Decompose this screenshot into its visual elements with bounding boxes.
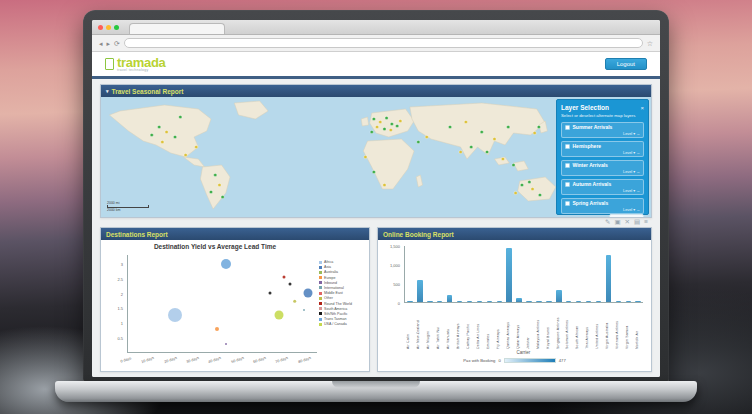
map-marker[interactable] — [221, 195, 224, 198]
map-marker[interactable] — [512, 163, 515, 166]
map-panel-header[interactable]: ▾ Travel Seasonal Report — [101, 85, 651, 97]
map-marker[interactable] — [390, 122, 393, 125]
display-icon[interactable]: ▣ — [614, 219, 620, 226]
map-marker[interactable] — [161, 140, 164, 143]
map-marker[interactable] — [485, 150, 488, 153]
refresh-button[interactable]: Refresh — [609, 214, 644, 217]
bar[interactable] — [407, 301, 412, 302]
bar[interactable] — [497, 301, 502, 302]
map-marker[interactable] — [150, 133, 153, 136]
map-marker[interactable] — [507, 125, 510, 128]
close-window-icon[interactable] — [98, 25, 103, 30]
bar[interactable] — [506, 248, 511, 302]
map-marker[interactable] — [375, 125, 378, 128]
layer-item[interactable]: Autumn ArrivalsLevel ▾ → — [561, 179, 644, 196]
scatter-bubble[interactable] — [221, 259, 231, 269]
bar[interactable] — [536, 301, 541, 302]
bar[interactable] — [526, 301, 531, 302]
scatter-bubble[interactable] — [275, 311, 284, 320]
bar[interactable] — [457, 301, 462, 302]
map-marker[interactable] — [184, 153, 187, 156]
map-marker[interactable] — [501, 157, 504, 160]
map-marker[interactable] — [425, 135, 428, 138]
map-marker[interactable] — [209, 190, 212, 193]
map-marker[interactable] — [370, 130, 373, 133]
map-marker[interactable] — [385, 116, 388, 119]
logout-button[interactable]: Logout — [605, 58, 647, 70]
layer-item[interactable]: HemisphereLevel ▾ → — [561, 141, 644, 158]
bar[interactable] — [516, 298, 521, 302]
map-marker[interactable] — [372, 170, 375, 173]
grid-icon[interactable]: ▤ — [634, 219, 640, 226]
edit-icon[interactable]: ✎ — [605, 219, 610, 226]
scatter-bubble[interactable] — [168, 308, 182, 322]
scatter-panel-header[interactable]: Destinations Report — [101, 228, 369, 240]
map-marker[interactable] — [493, 137, 496, 140]
map-marker[interactable] — [417, 140, 420, 143]
map-marker[interactable] — [464, 120, 467, 123]
map-marker[interactable] — [195, 145, 198, 148]
close-icon[interactable]: × — [640, 105, 644, 111]
scatter-bubble[interactable] — [293, 299, 297, 303]
map-marker[interactable] — [533, 131, 536, 134]
map-marker[interactable] — [364, 155, 367, 158]
map-marker[interactable] — [165, 130, 168, 133]
bar[interactable] — [606, 255, 611, 302]
bar[interactable] — [546, 301, 551, 302]
zoom-window-icon[interactable] — [114, 25, 119, 30]
map-marker[interactable] — [214, 173, 217, 176]
map-marker[interactable] — [528, 180, 531, 183]
bar[interactable] — [596, 301, 601, 302]
bookmark-icon[interactable]: ☆ — [647, 40, 653, 47]
layer-checkbox[interactable] — [565, 201, 570, 206]
layer-checkbox[interactable] — [565, 144, 570, 149]
map-marker[interactable] — [372, 117, 375, 120]
scatter-bubble[interactable] — [225, 343, 227, 345]
scatter-bubble[interactable] — [289, 283, 292, 286]
bar[interactable] — [427, 301, 432, 302]
scatter-bubble[interactable] — [215, 327, 219, 331]
browser-tab[interactable] — [129, 23, 225, 34]
url-input[interactable] — [124, 38, 643, 48]
bar[interactable] — [586, 301, 591, 302]
back-icon[interactable]: ◂ — [99, 40, 103, 47]
bar[interactable] — [635, 301, 640, 302]
layer-level-link[interactable]: Level ▾ → — [565, 169, 640, 174]
bar[interactable] — [626, 301, 631, 302]
map-marker[interactable] — [399, 119, 402, 122]
bar[interactable] — [616, 301, 621, 302]
layer-level-link[interactable]: Level ▾ → — [565, 188, 640, 193]
scatter-bubble[interactable] — [303, 309, 305, 311]
layer-item[interactable]: Winter ArrivalsLevel ▾ → — [561, 160, 644, 177]
bar-panel-header[interactable]: Online Booking Report — [378, 228, 651, 240]
layer-level-link[interactable]: Level ▾ → — [565, 150, 640, 155]
scatter-bubble[interactable] — [269, 292, 272, 295]
bar[interactable] — [566, 301, 571, 302]
bar[interactable] — [556, 290, 561, 302]
scatter-bubble[interactable] — [304, 289, 313, 298]
layer-level-link[interactable]: Level ▾ → — [565, 207, 640, 212]
map-marker[interactable] — [480, 130, 483, 133]
scatter-bubble[interactable] — [282, 276, 285, 279]
layer-item[interactable]: Summer ArrivalsLevel ▾ → — [561, 122, 644, 139]
map-marker[interactable] — [395, 124, 398, 127]
map-marker[interactable] — [537, 125, 540, 128]
map-marker[interactable] — [459, 150, 462, 153]
bar[interactable] — [447, 295, 452, 302]
map-marker[interactable] — [173, 135, 176, 138]
bar[interactable] — [437, 301, 442, 302]
layer-checkbox[interactable] — [565, 163, 570, 168]
map-marker[interactable] — [538, 193, 541, 196]
map-marker[interactable] — [470, 145, 473, 148]
map-marker[interactable] — [520, 183, 523, 186]
map-marker[interactable] — [157, 125, 160, 128]
layer-checkbox[interactable] — [565, 182, 570, 187]
bar[interactable] — [487, 301, 492, 302]
map-marker[interactable] — [379, 120, 382, 123]
bar[interactable] — [417, 280, 422, 302]
reload-icon[interactable]: ⟳ — [114, 40, 120, 47]
forward-icon[interactable]: ▸ — [107, 40, 111, 47]
menu-icon[interactable]: ≡ — [644, 219, 648, 226]
map-marker[interactable] — [179, 115, 182, 118]
layer-checkbox[interactable] — [565, 125, 570, 130]
